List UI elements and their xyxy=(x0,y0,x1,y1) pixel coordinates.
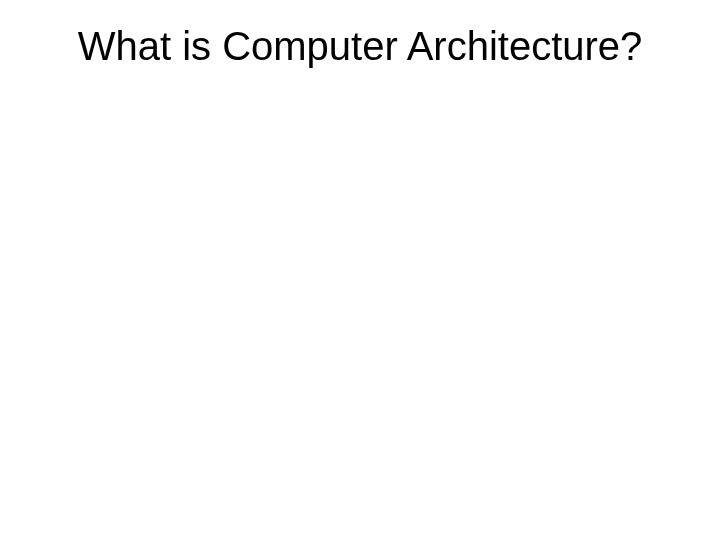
slide-container: What is Computer Architecture? xyxy=(0,0,720,540)
slide-title: What is Computer Architecture? xyxy=(55,22,665,70)
